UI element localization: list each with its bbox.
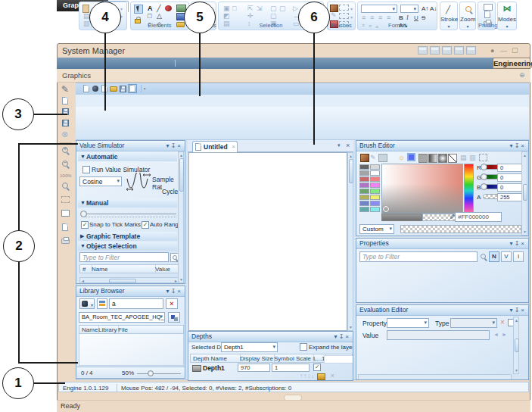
font-family-combo[interactable] (361, 5, 397, 13)
palette-swatch[interactable] (359, 195, 369, 200)
palette-swatch[interactable] (370, 170, 380, 176)
palette-swatch[interactable] (359, 207, 369, 212)
brush-editor-header[interactable]: Brush Editor ▾↧× (356, 141, 528, 151)
select-none-icon[interactable]: □ (232, 5, 236, 12)
align-left-icon[interactable]: ≡ (362, 14, 366, 21)
library-zoom-track[interactable] (137, 373, 181, 374)
depths-header[interactable]: Depths ▾↧× (188, 332, 353, 342)
library-zoom-thumb[interactable] (148, 370, 154, 376)
library-import-button[interactable]: ▾ (79, 298, 95, 309)
select-all-icon[interactable]: ▣ (223, 5, 230, 12)
evaluation-delete-icon[interactable]: × (500, 318, 505, 326)
gradient-brush-icon[interactable]: ✎ (370, 154, 376, 161)
value-simulator-header[interactable]: Value Simulator ▾↧× (76, 141, 185, 151)
expand-layers-checkbox[interactable] (300, 343, 307, 351)
select-region-icon[interactable] (61, 196, 70, 203)
null-brush-button[interactable] (448, 154, 457, 163)
pencil-tool-icon[interactable]: ✎ (61, 84, 69, 95)
layout-quad-icon[interactable] (454, 46, 464, 55)
channel-b-thumb[interactable] (481, 183, 487, 190)
close-icon[interactable]: × (177, 288, 182, 295)
col-depth-name[interactable]: Depth Name (191, 354, 241, 362)
col-file[interactable]: File (116, 326, 185, 333)
align-justify-icon[interactable]: ≡ (387, 14, 390, 21)
hue-strip[interactable] (464, 164, 474, 214)
fill-brush-dropdown-icon[interactable]: ▾ (350, 6, 353, 13)
new-document-icon[interactable] (62, 97, 68, 105)
qat-overflow-icon[interactable]: ▪ (144, 86, 145, 91)
italic-button[interactable]: I (406, 14, 409, 21)
viewport-icon[interactable] (61, 210, 70, 217)
select-invert-icon[interactable]: ◩ (223, 13, 230, 20)
close-icon[interactable]: × (177, 142, 182, 149)
channel-r-value[interactable]: 0 (497, 164, 523, 172)
palette-swatch[interactable] (370, 201, 380, 206)
depth-symbol-scale[interactable]: 1 (272, 364, 310, 372)
layout-single-icon[interactable] (466, 46, 476, 55)
color-field[interactable] (381, 164, 463, 214)
library-browser-header[interactable]: Library Browser ▾↧× (76, 286, 185, 297)
vscroll-thumb[interactable] (515, 339, 519, 352)
channel-b-value[interactable]: 0 (497, 183, 523, 192)
layout-split-left-icon[interactable] (430, 46, 440, 55)
snap-checkbox[interactable] (81, 221, 89, 229)
channel-g-thumb[interactable] (481, 173, 487, 180)
object-filter-input[interactable]: Type to Filter (79, 252, 169, 262)
palette-swatch[interactable] (359, 201, 369, 206)
palette-swatch[interactable] (359, 176, 369, 182)
text-tool-icon[interactable]: A (148, 5, 153, 12)
prev-icon[interactable]: ◄ (493, 332, 499, 337)
auto-range-checkbox[interactable] (142, 221, 149, 229)
close-icon[interactable]: × (345, 333, 350, 340)
restore-button[interactable]: ▢ (512, 47, 518, 54)
drawing-canvas[interactable] (188, 152, 347, 331)
shrink-selection-icon[interactable]: ⇲ (257, 5, 263, 12)
waveform-combo[interactable]: Cosine (79, 176, 122, 186)
group-icon[interactable]: ▢ (270, 5, 277, 12)
print-preview-icon[interactable] (484, 11, 490, 18)
run-simulator-checkbox[interactable] (82, 166, 90, 173)
strikethrough-button[interactable]: S (422, 14, 425, 21)
qat-active-tool-button[interactable] (128, 84, 137, 93)
save-all-icon[interactable] (62, 120, 69, 126)
layout-grid-icon[interactable] (418, 46, 428, 55)
canvas-vscroll-thumb[interactable] (349, 159, 353, 183)
value-bar[interactable] (381, 214, 422, 221)
properties-filter-input[interactable]: Type to Filter (359, 251, 478, 262)
canvas-vscroll[interactable]: ▲▼ (347, 152, 353, 331)
gray-swatch-button[interactable] (418, 154, 428, 163)
section-graphic-template[interactable]: ▶Graphic Template (78, 232, 177, 241)
palette-swatch[interactable] (359, 189, 369, 194)
font-size-combo[interactable] (400, 5, 418, 13)
linear-gradient-button[interactable] (428, 154, 437, 163)
radial-gradient-button[interactable] (438, 154, 447, 163)
palette-swatch[interactable] (359, 170, 369, 176)
document-close-icon[interactable]: × (346, 142, 350, 149)
palette-swatch[interactable] (370, 207, 380, 212)
library-options-button[interactable] (168, 312, 180, 323)
evaluation-vscroll[interactable]: ▲▼ (513, 317, 519, 374)
palette-swatch[interactable] (359, 183, 369, 188)
channel-a-value[interactable]: 255 (497, 193, 523, 201)
brush-shape-icon[interactable] (165, 5, 172, 11)
page-setup-icon[interactable] (484, 4, 493, 11)
zoom-button[interactable]: Zoom ▾ (459, 2, 476, 30)
layout-split-right-icon[interactable] (442, 46, 452, 55)
document-menu-icon[interactable]: ▾ (338, 142, 341, 148)
palette-swatch[interactable] (370, 176, 380, 182)
library-list[interactable] (79, 334, 184, 366)
library-view-button[interactable] (97, 298, 107, 309)
tab-engineering[interactable]: Engineering (493, 58, 530, 69)
section-object-selection[interactable]: ▼Object Selection (78, 242, 177, 251)
ungroup-icon[interactable]: ▢ (279, 5, 286, 12)
col-display-size[interactable]: Display Size (238, 354, 275, 362)
stroke-brush-icon[interactable]: ✎ (331, 12, 337, 19)
document-tab-close-icon[interactable]: × (232, 143, 235, 150)
fill-brush-swatch[interactable] (339, 5, 349, 11)
hex-color-input[interactable]: #FF000000 (455, 212, 502, 222)
channel-g-value[interactable]: 0 (497, 173, 523, 182)
brush-preview-strip[interactable] (400, 225, 521, 233)
evaluation-hscroll[interactable] (358, 374, 512, 380)
palette-swatch[interactable] (370, 164, 380, 170)
properties-header[interactable]: Properties ▾↧× (356, 239, 528, 249)
